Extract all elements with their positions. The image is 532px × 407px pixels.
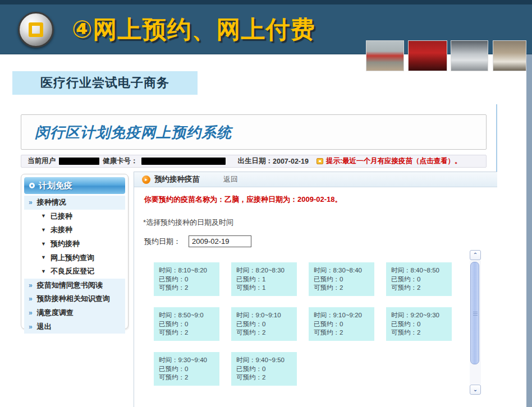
slot-booked: 已预约：1 — [236, 275, 297, 284]
time-slot[interactable]: 时间：9:40~9:50 已预约：0 可预约：2 — [231, 352, 297, 386]
main-panel: ▸ 预约接种疫苗 返回 你要预约的疫苗名称为：乙脑，应接种日期为：2009-02… — [134, 172, 497, 407]
sidebar-item-label: 未接种 — [51, 225, 72, 235]
slot-booked: 已预约：0 — [314, 320, 374, 329]
slot-time: 时间：8:50~9:0 — [159, 311, 219, 320]
sidebar-item[interactable]: ▼ 已接种 — [24, 210, 125, 224]
slot-available: 可预约：2 — [159, 373, 219, 382]
slot-available: 可预约：1 — [236, 284, 297, 293]
sidebar-item[interactable]: ▼ 未接种 — [24, 223, 125, 237]
sidebar-item-label: 退出 — [37, 322, 52, 332]
time-slot[interactable]: 时间：8:50~9:0 已预约：0 可预约：2 — [154, 307, 219, 341]
sidebar-item-label: 预约接种 — [51, 239, 80, 249]
birth-label: 出生日期： — [238, 156, 273, 166]
current-user-label: 当前用户 — [27, 156, 56, 166]
right-edge-strip — [526, 54, 532, 407]
sidebar-item[interactable]: » 预防接种相关知识查询 — [24, 292, 125, 306]
slot-available: 可预约：2 — [314, 284, 374, 293]
slot-time: 时间：8:20~8:30 — [236, 266, 297, 275]
sidebar-item-label: 满意度调查 — [37, 308, 74, 318]
slot-booked: 已预约：0 — [236, 365, 297, 374]
sidebar-item[interactable]: » 满意度调查 — [24, 306, 125, 320]
sidebar-header-label: 计划免疫 — [39, 181, 72, 191]
date-row: 预约日期： — [144, 235, 251, 247]
chevron-right-icon: » — [29, 295, 33, 302]
slot-available: 可预约：2 — [391, 329, 452, 337]
time-slots-grid: 时间：8:10~8:20 已预约：0 可预约：2 时间：8:20~8:30 已预… — [154, 262, 452, 386]
sidebar-item[interactable]: » 退出 — [24, 320, 125, 334]
slot-available: 可预约：2 — [314, 329, 374, 337]
slot-time: 时间：8:30~8:40 — [314, 266, 374, 275]
slot-time: 时间：9:20~9:30 — [391, 311, 452, 320]
back-link[interactable]: 返回 — [223, 174, 238, 184]
time-slot[interactable]: 时间：9:20~9:30 已预约：0 可预约：2 — [386, 307, 452, 341]
subtitle-label: 医疗行业尝试电子商务 — [12, 71, 198, 95]
slot-available: 可预约：2 — [159, 284, 219, 293]
scrollbar-grip — [473, 312, 478, 316]
panel-header: ▸ 预约接种疫苗 返回 — [134, 172, 497, 187]
photo-award-ceremony — [408, 40, 447, 71]
time-slot[interactable]: 时间：8:20~8:30 已预约：1 可预约：1 — [231, 262, 297, 296]
appointment-date-input[interactable] — [189, 235, 251, 247]
sidebar-item[interactable]: ▼ 不良反应登记 — [24, 265, 125, 279]
chevron-right-icon: » — [29, 323, 33, 330]
slot-time: 时间：8:10~8:20 — [159, 266, 219, 275]
sidebar-item-label: 疫苗知情同意书阅读 — [37, 280, 103, 290]
slot-booked: 已预约：0 — [159, 275, 219, 284]
orb-square-icon — [29, 22, 43, 37]
triangle-down-icon: ▼ — [41, 228, 46, 233]
scrollbar-track[interactable] — [470, 261, 481, 384]
slot-time: 时间：9:30~9:40 — [159, 356, 219, 365]
scrollbar-thumb[interactable] — [470, 262, 479, 364]
slot-available: 可预约：2 — [236, 329, 297, 337]
scroll-down-button[interactable]: ⌄ — [470, 385, 481, 395]
slot-booked: 已预约：0 — [314, 275, 374, 284]
section-title: 预约接种疫苗 — [154, 174, 200, 184]
slot-booked: 已预约：0 — [236, 320, 297, 329]
time-slot[interactable]: 时间：9:10~9:20 已预约：0 可预约：2 — [309, 307, 374, 341]
time-slot[interactable]: 时间：9:30~9:40 已预约：0 可预约：2 — [154, 352, 219, 386]
time-slot[interactable]: 时间：9:0~9:10 已预约：0 可预约：2 — [231, 307, 297, 341]
redacted-username — [59, 158, 99, 165]
birth-date: 2007-02-19 — [273, 158, 309, 165]
ring-icon — [29, 183, 35, 188]
sidebar-item-label: 不良反应登记 — [51, 266, 94, 276]
sidebar-item[interactable]: ▼ 预约接种 — [24, 237, 125, 251]
photo-ambulance-van — [451, 40, 488, 71]
slot-time: 时间：8:40~8:50 — [391, 266, 452, 275]
section-arrow-icon: ▸ — [142, 175, 150, 184]
triangle-down-icon: ▼ — [41, 214, 46, 219]
scroll-up-button[interactable]: ⌃ — [470, 250, 481, 260]
time-slot[interactable]: 时间：8:40~8:50 已预约：0 可预约：2 — [386, 262, 452, 296]
top-strip — [0, 0, 532, 4]
site-title-banner: 闵行区计划免疫网上预约系统 — [21, 114, 487, 150]
slot-time: 时间：9:10~9:20 — [314, 311, 374, 320]
scrollbar: ⌃ ⌄ — [470, 250, 481, 395]
time-slot[interactable]: 时间：8:10~8:20 已预约：0 可预约：2 — [154, 262, 219, 296]
slot-booked: 已预约：0 — [159, 320, 219, 329]
webpage-screenshot: 闵行区计划免疫网上预约系统 当前用户 健康卡号： 出生日期： 2007-02-1… — [17, 104, 497, 407]
notice-icon — [317, 158, 323, 164]
photo-doctors-at-computer — [493, 40, 526, 71]
sidebar: 计划免疫 » 接种情况 ▼ 已接种 ▼ 未接种 ▼ 预约接种 ▼ 网上预约查询 … — [21, 174, 129, 329]
card-label: 健康卡号： — [103, 156, 138, 166]
triangle-down-icon: ▼ — [41, 255, 46, 260]
bullet-orb-icon — [18, 12, 54, 48]
sidebar-item[interactable]: ▼ 网上预约查询 — [24, 251, 125, 265]
redacted-card-number — [141, 158, 226, 165]
user-info-bar: 当前用户 健康卡号： 出生日期： 2007-02-19 提示:最近一个月有应接疫… — [21, 155, 487, 168]
slot-booked: 已预约：0 — [391, 275, 452, 284]
sidebar-item[interactable]: » 接种情况 — [24, 196, 125, 210]
slot-available: 可预约：2 — [236, 373, 297, 382]
date-label: 预约日期： — [144, 237, 181, 247]
chevron-right-icon: » — [29, 199, 33, 206]
sidebar-item[interactable]: » 疫苗知情同意书阅读 — [24, 279, 125, 293]
slot-available: 可预约：2 — [159, 329, 219, 337]
sidebar-item-label: 网上预约查询 — [51, 253, 94, 263]
time-slot[interactable]: 时间：8:30~8:40 已预约：0 可预约：2 — [309, 262, 374, 296]
slot-available: 可预约：2 — [391, 284, 452, 293]
vaccine-due-notice-link[interactable]: 提示:最近一个月有应接疫苗（点击查看）。 — [326, 156, 462, 166]
slide: ④网上预约、网上付费 医疗行业尝试电子商务 闵行区计划免疫网上预约系统 当前用户… — [0, 0, 532, 407]
site-title: 闵行区计划免疫网上预约系统 — [35, 123, 232, 142]
slide-title: ④网上预约、网上付费 — [72, 13, 315, 46]
sidebar-menu: » 接种情况 ▼ 已接种 ▼ 未接种 ▼ 预约接种 ▼ 网上预约查询 ▼ 不良反… — [24, 196, 125, 334]
